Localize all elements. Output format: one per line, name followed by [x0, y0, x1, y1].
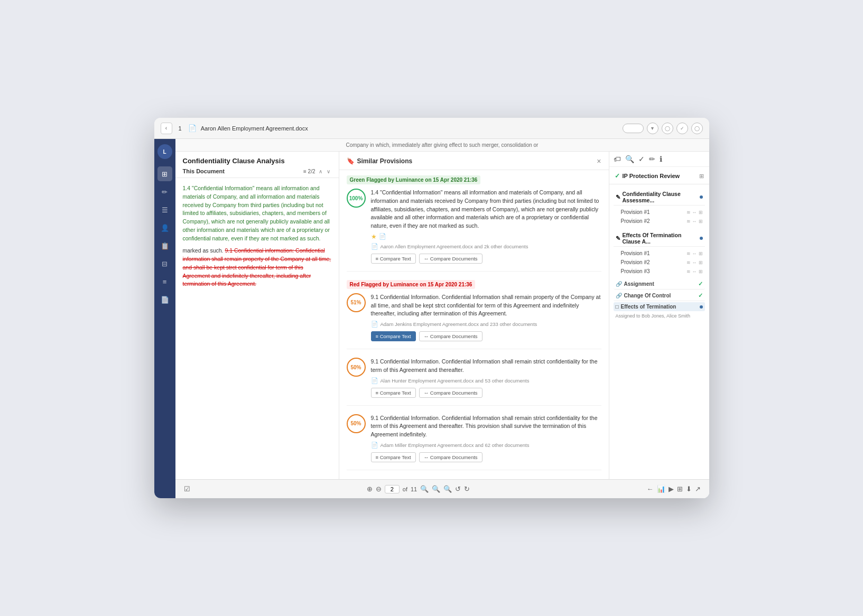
conf-p2-icon3[interactable]: ⊞: [699, 219, 703, 224]
term-p2-icon2[interactable]: ↔: [692, 260, 697, 265]
match-circle-50a: 50%: [347, 358, 366, 377]
compare-docs-btn-1[interactable]: ↔ Compare Documents: [419, 254, 482, 264]
rp-top-icons: 🏷 🔍 ✓ ✏ ℹ: [609, 152, 709, 167]
compare-text-btn-2[interactable]: ≡ Compare Text: [371, 331, 416, 341]
of-label: of: [403, 486, 407, 492]
rp-item-conf-1[interactable]: Provision #1 ≋ ↔ ⊞: [614, 208, 705, 217]
compare-text-btn-1[interactable]: ≡ Compare Text: [371, 254, 416, 264]
term-p1-icon1[interactable]: ≋: [686, 251, 691, 256]
term-p3-icon2[interactable]: ↔: [692, 269, 697, 274]
provision-body-2: 51% 9.1 Confidential Information. Confid…: [347, 293, 601, 341]
zoom-icon-1[interactable]: 🔍: [420, 485, 429, 493]
undo-icon[interactable]: ↺: [455, 485, 461, 493]
sidebar-icon-doc[interactable]: 📋: [157, 238, 172, 253]
circle-btn-1[interactable]: ▼: [647, 123, 658, 134]
conf-p2-icon2[interactable]: ↔: [692, 219, 697, 224]
doc-panel: Confidentiality Clause Analysis This Doc…: [175, 152, 339, 479]
assignment-label: Assignment: [624, 281, 654, 287]
conf-p1-icon1[interactable]: ≋: [686, 210, 691, 215]
top-bar: ‹ 1 📄 Aaron Allen Employment Agreement.d…: [154, 118, 709, 139]
term-p1-icon2[interactable]: ↔: [692, 251, 697, 256]
rp-section-termination: ✎ Effects Of Termination Clause A... Pro…: [614, 229, 705, 276]
conf-p2-icon1[interactable]: ≋: [686, 219, 691, 224]
left-arrow-icon[interactable]: ←: [647, 485, 654, 493]
main-layout: L ⊞ ✏ ☰ 👤 📋 ⊟ ≡ 📄 Company in which, imme…: [154, 139, 709, 498]
redo-icon[interactable]: ↻: [464, 485, 470, 493]
term-p2-icon1[interactable]: ≋: [686, 260, 691, 265]
rp-item-term-1[interactable]: Provision #1 ≋ ↔ ⊞: [614, 249, 705, 258]
star-icon[interactable]: ★: [371, 233, 377, 240]
checkbox-icon[interactable]: ☑: [184, 485, 190, 493]
conf-dot: [700, 195, 703, 199]
doc-file-icon: 📄: [188, 124, 197, 132]
sidebar-icon-home[interactable]: ⊞: [157, 166, 172, 181]
zoom-in-icon[interactable]: ⊕: [367, 485, 373, 493]
bookmark-icon: 🔖: [347, 157, 355, 165]
circle-btn-2[interactable]: ◯: [662, 123, 673, 134]
term-p1-icon3[interactable]: ⊞: [699, 251, 703, 256]
bottom-center: ⊕ ⊖ of 11 🔍 🔍 🔍 ↺ ↻: [367, 485, 470, 493]
term-p2-icon3[interactable]: ⊞: [699, 260, 703, 265]
circle-btn-4[interactable]: ◯: [691, 123, 703, 134]
zoom-out-icon[interactable]: ⊖: [376, 485, 382, 493]
rp-assignment-item[interactable]: 🔗 Assignment ✓: [614, 279, 705, 290]
chevron-up[interactable]: ∧: [318, 169, 323, 174]
bottom-right: ← 📊 ▶ ⊞ ⬇ ↗: [647, 485, 701, 493]
chevron-down[interactable]: ∨: [326, 169, 331, 174]
source-text-2: Adam Jenkins Employment Agreement.docx a…: [381, 321, 537, 327]
provision-block-2: Red Flagged by Luminance on 15 Apr 2020 …: [347, 280, 601, 349]
tag-icon[interactable]: 🏷: [614, 155, 621, 163]
sidebar-icon-table[interactable]: ⊟: [157, 256, 172, 271]
close-button[interactable]: ×: [597, 157, 601, 165]
conf-prov2-icons: ≋ ↔ ⊞: [686, 219, 703, 224]
compare-docs-btn-2[interactable]: ↔ Compare Documents: [419, 331, 482, 341]
conf-icon: ✎: [616, 194, 620, 200]
rp-changeofcontrol-item[interactable]: 🔗 Change Of Control ✓: [614, 291, 705, 301]
rp-check-icon: ✓: [615, 172, 620, 180]
zoom-icon-3[interactable]: 🔍: [443, 485, 452, 493]
term-p3-icon1[interactable]: ≋: [686, 269, 691, 274]
term-p3-icon3[interactable]: ⊞: [699, 269, 703, 274]
doc-text-red: 9.1 Confidential information: Confidenti…: [183, 247, 331, 287]
sidebar-icon-mail[interactable]: 📄: [157, 292, 172, 307]
check-icon[interactable]: ✓: [638, 155, 645, 163]
conf-p1-icon3[interactable]: ⊞: [699, 210, 703, 215]
search-icon[interactable]: 🔍: [625, 155, 634, 163]
chart-icon[interactable]: 📊: [657, 485, 665, 493]
flag-red-label: Red Flagged by Luminance on 15 Apr 2020 …: [347, 280, 476, 289]
download-icon[interactable]: ⬇: [686, 485, 692, 493]
rp-effects-termination-item[interactable]: □ Effects of Termination: [614, 302, 705, 311]
sidebar-logo: L: [157, 144, 172, 159]
page-input[interactable]: [385, 485, 400, 493]
termination-section-header[interactable]: ✎ Effects Of Termination Clause A...: [614, 229, 705, 247]
action-buttons-1: ≡ Compare Text ↔ Compare Documents: [371, 254, 601, 264]
assignment-label-row: 🔗 Assignment: [616, 281, 654, 287]
conf-p1-icon2[interactable]: ↔: [692, 210, 697, 215]
sidebar-icon-list[interactable]: ☰: [157, 202, 172, 217]
compare-text-btn-3[interactable]: ≡ Compare Text: [371, 388, 416, 398]
rp-item-term-3[interactable]: Provision #3 ≋ ↔ ⊞: [614, 267, 705, 276]
grid-bottom-icon[interactable]: ⊞: [677, 485, 683, 493]
search-oval[interactable]: [623, 124, 644, 133]
circle-btn-3[interactable]: ✓: [676, 123, 688, 134]
grid-icon[interactable]: ⊞: [699, 173, 704, 180]
export-icon[interactable]: ↗: [695, 485, 701, 493]
compare-docs-btn-4[interactable]: ↔ Compare Documents: [419, 452, 482, 462]
confidentiality-section-header[interactable]: ✎ Confidentiality Clause Assessme...: [614, 188, 705, 206]
compare-text-btn-4[interactable]: ≡ Compare Text: [371, 452, 416, 462]
info-icon[interactable]: ℹ: [660, 155, 662, 163]
pencil-icon[interactable]: ✏: [649, 155, 655, 163]
sidebar-icon-edit[interactable]: ✏: [157, 184, 172, 199]
sidebar-icon-user[interactable]: 👤: [157, 220, 172, 235]
doc-panel-content: 1.4 "Confidential Information" means all…: [175, 178, 339, 479]
play-icon[interactable]: ▶: [669, 485, 674, 493]
back-button[interactable]: ‹: [161, 123, 172, 134]
similar-title-text: Similar Provisions: [357, 157, 413, 165]
action-buttons-4: ≡ Compare Text ↔ Compare Documents: [371, 452, 601, 462]
compare-docs-btn-3[interactable]: ↔ Compare Documents: [419, 388, 482, 398]
rp-item-conf-2[interactable]: Provision #2 ≋ ↔ ⊞: [614, 217, 705, 226]
zoom-icon-2[interactable]: 🔍: [432, 485, 440, 493]
rp-item-term-2[interactable]: Provision #2 ≋ ↔ ⊞: [614, 258, 705, 267]
coc-label: Change Of Control: [624, 293, 671, 298]
sidebar-icon-layers[interactable]: ≡: [157, 274, 172, 289]
